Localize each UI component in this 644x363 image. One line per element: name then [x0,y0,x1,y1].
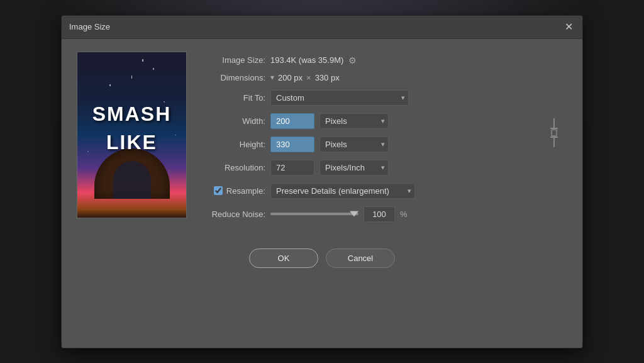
height-label: Height: [209,140,265,149]
link-icon-container [547,109,561,156]
width-row: Width: Pixels [209,109,644,133]
fit-to-select-wrapper: Custom [270,90,409,106]
dialog-title: Image Size [69,22,110,31]
dimensions-label: Dimensions: [209,73,265,82]
preview-panel: SMASH LIKE [77,52,190,226]
resample-checkbox[interactable] [214,186,223,195]
image-size-dialog: Image Size ✕ SMASH LIKE Image Size: 193.… [61,15,583,349]
dimensions-row: Dimensions: ▾ 200 px × 330 px [209,69,567,86]
noise-slider-fill [270,213,358,215]
reduce-noise-label: Reduce Noise: [209,209,265,219]
height-row: Height: Pixels [209,133,644,156]
image-size-value: 193.4K (was 35.9M) [270,55,343,65]
ok-button[interactable]: OK [249,249,318,268]
cancel-button[interactable]: Cancel [326,249,395,268]
noise-slider-thumb [350,211,358,217]
fit-to-row: Fit To: Custom [209,86,567,109]
link-icon [547,117,561,148]
dialog-footer: OK Cancel [62,238,582,283]
preview-text-line1: SMASH [77,103,186,126]
close-button[interactable]: ✕ [562,21,575,33]
controls-panel: Image Size: 193.4K (was 35.9M) ⚙ Dimensi… [209,52,567,226]
dimensions-arrow-icon: ▾ [270,73,274,82]
resolution-unit-select[interactable]: Pixels/Inch [319,160,389,176]
width-unit-wrapper: Pixels [319,113,389,129]
dimensions-values: ▾ 200 px × 330 px [270,73,340,82]
dimensions-separator: × [306,73,311,82]
resolution-unit-wrapper: Pixels/Inch [319,160,389,176]
dialog-titlebar: Image Size ✕ [62,16,582,39]
percent-label: % [400,209,408,219]
height-input[interactable] [270,137,314,152]
width-unit-select[interactable]: Pixels [319,113,389,129]
fit-to-select[interactable]: Custom [270,90,409,106]
reduce-noise-input[interactable] [364,206,395,222]
width-height-group: Width: Pixels Height: [209,109,567,156]
height-unit-wrapper: Pixels [319,137,389,152]
fit-to-label: Fit To: [209,93,265,103]
image-size-label: Image Size: [209,55,265,65]
width-input[interactable] [270,113,314,129]
svg-rect-0 [552,130,557,136]
resample-checkbox-group: Resample: [209,186,265,196]
dimensions-width: 200 px [278,73,303,82]
preview-text-line2: LIKE [77,131,186,154]
dialog-body: SMASH LIKE Image Size: 193.4K (was 35.9M… [62,39,582,238]
width-label: Width: [209,116,265,126]
gear-icon[interactable]: ⚙ [348,55,357,65]
resample-row: Resample: Preserve Details (enlargement) [209,179,567,203]
height-unit-select[interactable]: Pixels [319,137,389,152]
image-size-row: Image Size: 193.4K (was 35.9M) ⚙ [209,52,567,69]
resample-select[interactable]: Preserve Details (enlargement) [270,183,415,199]
reduce-noise-row: Reduce Noise: % [209,203,567,226]
wh-fields: Width: Pixels Height: [209,109,644,156]
noise-slider-track[interactable] [270,213,358,215]
preview-image: SMASH LIKE [77,52,187,218]
dimensions-height: 330 px [315,73,340,82]
resolution-input[interactable] [270,160,314,176]
resample-label[interactable]: Resample: [226,186,265,196]
resample-select-wrapper: Preserve Details (enlargement) [270,183,415,199]
resolution-label: Resolution: [209,163,265,172]
resolution-row: Resolution: Pixels/Inch [209,156,567,179]
slider-group: % [270,206,408,222]
